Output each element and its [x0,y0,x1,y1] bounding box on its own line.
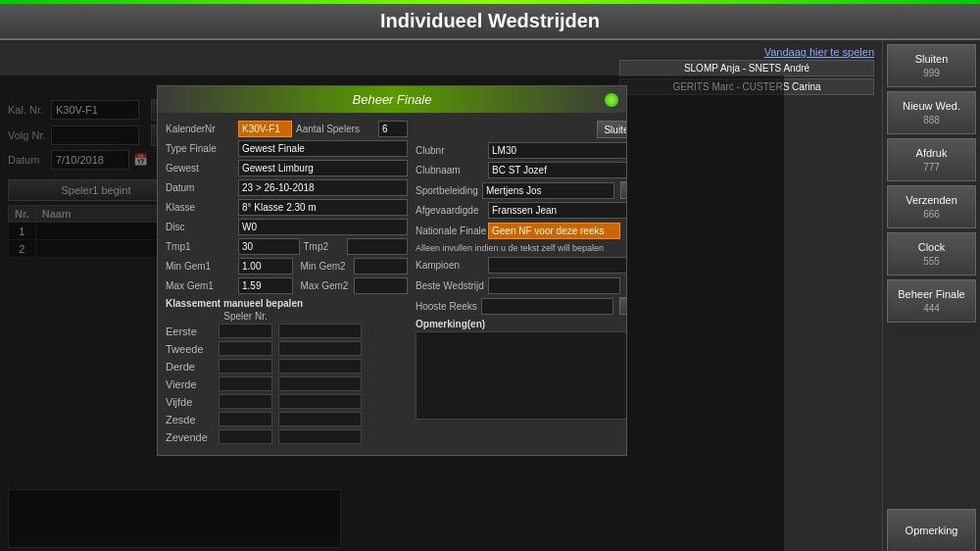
verzenden-num: 666 [923,208,940,221]
modal-title: Beheer Finale [353,92,432,107]
modal-tmp-row: Tmp1 Tmp2 [166,238,408,255]
player1-info[interactable]: SLOMP Anja - SNETS André [619,60,874,76]
derde-input2[interactable] [278,359,362,374]
modal-afgevaardigde-input[interactable] [488,202,627,219]
modal-aantal-input[interactable] [378,121,408,137]
sidebar: Sluiten 999 Nieuw Wed. 888 Afdruk 777 Ve… [882,40,980,551]
modal-sportbeleiding-label: Sportbeleiding [416,185,478,196]
modal-maxgem1-label: Max Gem1 [166,280,234,291]
modal-dossier-verzenden-button[interactable]: Dossier Verzenden [619,297,627,315]
zesde-label: Zesde [166,414,215,426]
afdruk-button[interactable]: Afdruk 777 [887,138,976,181]
modal-rangschikken-button[interactable]: Rangschikken [620,181,627,199]
modal-sportbeleiding-input[interactable] [482,182,614,199]
opmerking-textarea[interactable] [416,331,627,420]
clock-label: Clock [918,240,946,254]
eerste-input1[interactable] [219,324,272,338]
modal-afgevaardigde-label: Afgevaardigde [416,205,484,216]
nieuw-label: Nieuw Wed. [903,99,960,113]
modal-gewest-input[interactable] [238,160,408,176]
modal-clubnaam-input[interactable] [488,162,627,178]
modal-klasse-input[interactable] [238,199,408,216]
klassement-zevende-row: Zevende [166,429,408,444]
modal-dossier-afdrukken-button[interactable]: Dossier Afdrukken [626,276,627,294]
modal-mingem1-input[interactable] [238,258,293,275]
modal-klasse-label: Klasse [166,202,234,213]
modal-gewest-row: Gewest [166,160,408,176]
modal-kampioen-input[interactable] [488,257,627,274]
sluiten-label: Sluiten [915,52,949,66]
modal-hoogste-input[interactable] [481,298,613,315]
beheer-num: 444 [923,302,940,315]
vijfde-input2[interactable] [278,394,362,409]
modal-type-row: Type Finale [166,140,408,157]
vierde-input2[interactable] [278,376,362,391]
modal-kalendernr-input[interactable] [238,121,292,137]
modal-mingem2-input[interactable] [354,258,409,275]
opmerking-section-label: Opmerking(en) [416,319,627,329]
modal-aantal-label: Aantal Spelers [296,124,374,134]
eerste-input2[interactable] [278,324,362,338]
opmerking-button[interactable]: Opmerking [887,509,976,551]
zevende-input1[interactable] [219,429,272,444]
modal-type-input[interactable] [238,140,408,157]
clock-num: 555 [923,255,940,268]
vijfde-input1[interactable] [219,394,272,409]
modal-kampioen-label: Kampioen [416,260,484,271]
modal-clubnaam-label: Clubnaam [416,165,484,175]
sluiten-button[interactable]: Sluiten 999 [887,44,976,87]
modal-maxgem2-label: Max Gem2 [301,280,350,291]
vijfde-label: Vijfde [166,396,215,408]
derde-input1[interactable] [219,359,272,374]
opmerking-label: Opmerking [906,524,958,537]
modal-overlay: Beheer Finale KalenderNr Aantal Spelers [0,75,784,551]
vierde-input1[interactable] [219,376,272,391]
beheer-finale-button[interactable]: Beheer Finale 444 [887,279,976,323]
modal-tmp2-label: Tmp2 [304,241,343,252]
nieuw-wed-button[interactable]: Nieuw Wed. 888 [887,91,976,134]
modal-mingem1-label: Min Gem1 [166,261,234,272]
vierde-label: Vierde [166,378,215,390]
clock-button[interactable]: Clock 555 [887,232,976,276]
afdruk-label: Afdruk [916,146,948,160]
modal-beste-row: Beste Wedstrijd Dossier Afdrukken [416,276,627,294]
modal-kalendernr-row: KalenderNr Aantal Spelers [166,121,408,137]
zevende-label: Zevende [166,431,215,443]
modal-datum-row: Datum [166,179,408,196]
modal-sportbeleiding-row: Sportbeleiding Rangschikken [416,181,627,199]
zesde-input2[interactable] [278,412,362,426]
eerste-label: Eerste [166,326,215,337]
tweede-input1[interactable] [219,341,272,356]
alleen-invullen-notice: Alleen invullen indien u de tekst zelf w… [416,243,627,253]
modal-kampioen-row: Kampioen [416,257,627,274]
modal-disc-row: Disc [166,219,408,235]
sluiten-num: 999 [923,67,940,79]
klassement-zesde-row: Zesde [166,412,408,426]
modal-left: KalenderNr Aantal Spelers Type Finale Ge… [166,121,408,447]
modal-disc-input[interactable] [238,219,408,235]
modal-mingem1-row: Min Gem1 Min Gem2 [166,258,408,275]
zevende-input2[interactable] [278,429,362,444]
modal-nat-finale-input[interactable] [488,223,620,239]
modal-datum-label: Datum [166,182,234,193]
modal-clubnr-input[interactable] [488,142,627,159]
modal-kalendernr-label: KalenderNr [166,124,234,134]
modal-tmp1-input[interactable] [238,238,300,255]
afdruk-num: 777 [923,161,940,174]
klassement-vijfde-row: Vijfde [166,394,408,409]
modal-maxgem2-input[interactable] [354,277,409,294]
modal-gewest-label: Gewest [166,163,234,174]
modal-sluiten-button[interactable]: Sluiten [597,121,627,138]
modal-maxgem1-input[interactable] [238,277,293,294]
derde-label: Derde [166,361,215,373]
modal-kalender-button[interactable]: Kalender [626,222,627,239]
modal-tmp2-input[interactable] [347,238,409,255]
vandaag-label[interactable]: Vandaag hier te spelen [764,46,874,58]
modal-datum-input[interactable] [238,179,408,196]
tweede-input2[interactable] [278,341,362,356]
app-title: Individueel Wedstrijden [0,10,980,32]
modal-hoogste-row: Hooste Reeks Dossier Verzenden [416,297,627,315]
modal-beste-input[interactable] [488,277,620,294]
zesde-input1[interactable] [219,412,272,426]
verzenden-button[interactable]: Verzenden 666 [887,185,976,228]
